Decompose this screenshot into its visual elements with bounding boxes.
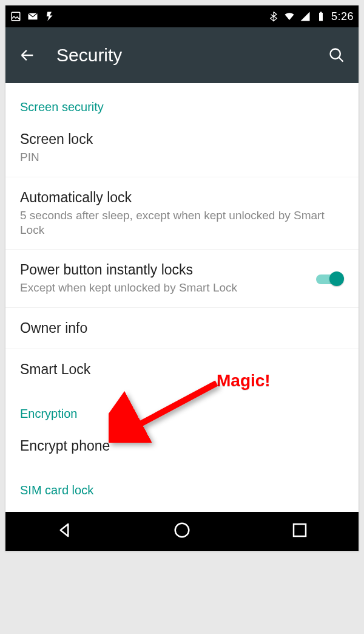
row-smart-lock[interactable]: Smart Lock: [5, 349, 359, 390]
section-header-sim-card-lock: SIM card lock: [5, 466, 359, 512]
mail-icon: [27, 11, 38, 22]
svg-rect-0: [12, 12, 20, 21]
row-power-button-locks[interactable]: Power button instantly locks Except when…: [5, 250, 359, 308]
circle-home-icon: [173, 521, 191, 539]
svg-point-5: [175, 523, 189, 537]
svg-rect-6: [294, 524, 306, 536]
row-subtitle: 5 seconds after sleep, except when kept …: [20, 208, 344, 237]
row-screen-lock[interactable]: Screen lock PIN: [5, 119, 359, 177]
arrow-left-icon: [19, 47, 36, 64]
bluetooth-icon: [268, 11, 279, 22]
row-title: Automatically lock: [20, 189, 344, 206]
row-automatically-lock[interactable]: Automatically lock 5 seconds after sleep…: [5, 177, 359, 250]
square-recent-icon: [291, 521, 309, 539]
row-owner-info[interactable]: Owner info: [5, 308, 359, 349]
section-header-screen-security: Screen security: [5, 83, 359, 119]
page-title: Security: [56, 45, 308, 66]
row-subtitle: Except when kept unlocked by Smart Lock: [20, 281, 316, 295]
row-title: Power button instantly locks: [20, 262, 316, 278]
image-icon: [10, 11, 21, 22]
section-header-encryption: Encryption: [5, 390, 359, 426]
search-icon: [328, 47, 345, 64]
back-button[interactable]: [16, 44, 38, 66]
row-title: Owner info: [20, 320, 344, 336]
flash-icon: [44, 11, 55, 22]
toggle-power-button-locks[interactable]: [316, 271, 344, 287]
svg-point-4: [331, 49, 340, 59]
settings-list: Screen security Screen lock PIN Automati…: [5, 83, 359, 512]
navigation-bar: [5, 512, 359, 551]
wifi-icon: [284, 11, 295, 22]
status-time: 5:26: [331, 10, 354, 23]
svg-rect-3: [320, 12, 322, 13]
row-title: Screen lock: [20, 131, 344, 148]
phone-frame: 5:26 Security Screen security Screen loc…: [5, 5, 359, 551]
signal-icon: [300, 11, 311, 22]
nav-back-button[interactable]: [55, 521, 73, 542]
svg-rect-2: [319, 13, 323, 21]
search-button[interactable]: [326, 44, 348, 66]
nav-home-button[interactable]: [173, 521, 191, 542]
app-bar: Security: [5, 27, 359, 83]
nav-recent-button[interactable]: [291, 521, 309, 542]
row-encrypt-phone[interactable]: Encrypt phone: [5, 426, 359, 466]
row-title: Encrypt phone: [20, 438, 344, 454]
triangle-back-icon: [55, 521, 73, 539]
status-bar: 5:26: [5, 5, 359, 27]
row-title: Smart Lock: [20, 361, 344, 378]
battery-icon: [315, 11, 326, 22]
row-subtitle: PIN: [20, 150, 344, 165]
